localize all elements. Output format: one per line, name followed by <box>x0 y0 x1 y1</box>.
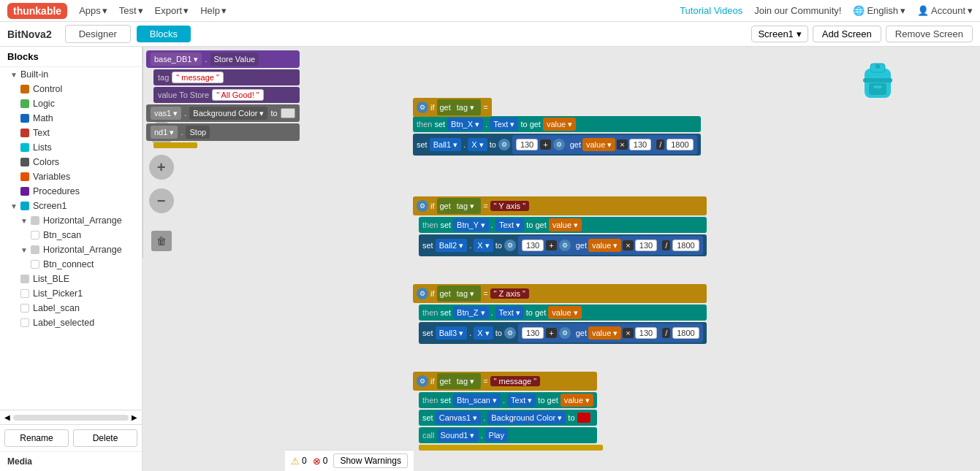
tab-blocks[interactable]: Blocks <box>137 26 191 42</box>
block-value6[interactable]: value ▾ <box>588 326 621 340</box>
gear-icon-3[interactable]: ⚙ <box>417 200 428 212</box>
gear-icon-6[interactable]: ⚙ <box>417 288 428 299</box>
block-to3: to <box>490 140 496 149</box>
sidebar-builtin[interactable]: ▼ Built-in <box>0 67 142 82</box>
block-stop[interactable]: Stop <box>186 126 210 139</box>
nav-test[interactable]: Test ▾ <box>119 5 143 16</box>
sidebar-label-selected[interactable]: Label_selected <box>0 315 142 330</box>
block-yaxis-str[interactable]: " Y axis " <box>490 201 529 211</box>
block-tag2[interactable]: tag ▾ <box>453 199 478 212</box>
block-sound1[interactable]: Sound1 ▾ <box>437 429 479 442</box>
tutorial-link[interactable]: Tutorial Videos <box>680 5 742 16</box>
block-nd1[interactable]: nd1 ▾ <box>151 126 178 139</box>
sidebar-screen1[interactable]: ▼ Screen1 <box>0 199 142 213</box>
block-text-btnx[interactable]: Text ▾ <box>490 118 518 131</box>
blocks-canvas[interactable]: base_DB1 ▾ . Store Value tag " message "… <box>143 47 980 471</box>
backpack[interactable] <box>856 58 900 111</box>
nav-export[interactable]: Export ▾ <box>155 5 189 16</box>
block-to8: to <box>538 396 544 405</box>
block-group-xaxis-if: ⚙ if get tag ▾ = " X axis " <box>413 98 492 117</box>
block-text-scan[interactable]: Text ▾ <box>507 394 536 407</box>
gear-icon-1[interactable]: ⚙ <box>498 139 510 150</box>
block-ball2[interactable]: Ball2 ▾ <box>436 239 468 252</box>
block-red-swatch[interactable] <box>577 413 590 423</box>
sidebar-item-text[interactable]: Text <box>0 126 142 140</box>
block-value7[interactable]: value ▾ <box>561 394 593 407</box>
sidebar-horizontal-arrange1[interactable]: ▼ Horizontal_Arrange <box>0 213 142 228</box>
block-ball1[interactable]: Ball1 ▾ <box>430 138 462 151</box>
logo[interactable]: thunkable <box>7 3 67 19</box>
nav-help[interactable]: Help ▾ <box>200 5 227 16</box>
block-tag4[interactable]: tag ▾ <box>453 375 478 388</box>
sidebar-btn-scan[interactable]: Btn_scan <box>0 228 142 242</box>
sidebar-item-colors[interactable]: Colors <box>0 155 142 169</box>
gear-icon-8[interactable]: ⚙ <box>559 327 571 339</box>
block-btny[interactable]: Btn_Y ▾ <box>453 218 489 231</box>
gear-icon-4[interactable]: ⚙ <box>504 240 516 251</box>
nav-apps[interactable]: Apps ▾ <box>79 5 107 16</box>
block-store-value[interactable]: Store Value <box>210 53 259 66</box>
sidebar-btn-connect[interactable]: Btn_connect <box>0 257 142 272</box>
sidebar-item-variables[interactable]: Variables <box>0 169 142 184</box>
block-value5[interactable]: value ▾ <box>548 306 581 319</box>
screen-selector[interactable]: Screen1 ▾ <box>751 26 808 42</box>
delete-button[interactable]: Delete <box>73 429 137 447</box>
block-color-swatch[interactable] <box>281 108 295 118</box>
gear-icon-7[interactable]: ⚙ <box>504 327 516 339</box>
block-x-ball2[interactable]: X ▾ <box>474 239 493 252</box>
block-canvas1-2[interactable]: Canvas1 ▾ <box>436 411 481 424</box>
block-zaxis-str[interactable]: " Z axis " <box>490 288 529 299</box>
sidebar-item-procedures[interactable]: Procedures <box>0 184 142 199</box>
block-btnz[interactable]: Btn_Z ▾ <box>453 306 488 319</box>
block-ball3[interactable]: Ball3 ▾ <box>436 326 468 340</box>
block-tag-label: tag <box>158 73 169 82</box>
community-link[interactable]: Join our Community! <box>754 5 841 16</box>
sidebar-horizontal-arrange2[interactable]: ▼ Horizontal_Arrange <box>0 242 142 257</box>
block-tag3[interactable]: tag ▾ <box>453 287 478 300</box>
sidebar-item-math[interactable]: Math <box>0 111 142 126</box>
block-play[interactable]: Play <box>485 429 508 442</box>
account-menu[interactable]: 👤 Account ▾ <box>917 5 973 16</box>
rename-button[interactable]: Rename <box>4 429 69 447</box>
block-message-str[interactable]: " message " <box>172 72 224 83</box>
block-group-zaxis: ⚙ if get tag ▾ = " Z axis " then set Btn… <box>413 284 707 344</box>
block-x-ball3[interactable]: X ▾ <box>474 326 493 340</box>
show-warnings-button[interactable]: Show Warnings <box>333 453 408 468</box>
block-canvas1[interactable]: vas1 ▾ <box>151 107 181 120</box>
tab-designer[interactable]: Designer <box>65 25 131 43</box>
list-ble-color <box>20 275 29 283</box>
block-message-str2[interactable]: " message " <box>490 376 541 386</box>
block-value3[interactable]: value ▾ <box>549 218 582 231</box>
gear-icon-2[interactable]: ⚙ <box>553 139 565 150</box>
language-selector[interactable]: 🌐 English ▾ <box>853 5 905 16</box>
gear-icon-0[interactable]: ⚙ <box>417 102 428 113</box>
add-screen-button[interactable]: Add Screen <box>813 26 881 42</box>
block-text-btny[interactable]: Text ▾ <box>495 218 524 231</box>
sidebar-item-logic[interactable]: Logic <box>0 96 142 111</box>
sidebar-item-lists[interactable]: Lists <box>0 140 142 155</box>
block-value2[interactable]: value ▾ <box>582 138 615 151</box>
sidebar-label-scan[interactable]: Label_scan <box>0 301 142 315</box>
sidebar-list-picker1[interactable]: List_Picker1 <box>0 286 142 301</box>
block-text-btnz[interactable]: Text ▾ <box>495 306 524 319</box>
remove-screen-button[interactable]: Remove Screen <box>886 26 973 42</box>
sidebar-list-ble[interactable]: List_BLE <box>0 272 142 286</box>
block-get7: get <box>535 308 546 317</box>
sidebar-item-control[interactable]: Control <box>0 82 142 96</box>
block-all-good-str[interactable]: " All Good! " <box>212 89 264 101</box>
block-x-ball1[interactable]: X ▾ <box>468 138 487 151</box>
block-base-db1[interactable]: base_DB1 ▾ <box>151 53 202 66</box>
block-btnx[interactable]: Btn_X ▾ <box>447 118 483 131</box>
block-btn-scan2[interactable]: Btn_scan ▾ <box>453 394 501 407</box>
workspace[interactable]: base_DB1 ▾ . Store Value tag " message "… <box>143 47 943 471</box>
block-dot-btnx: . <box>485 120 487 129</box>
block-bg-color2[interactable]: Background Color ▾ <box>487 411 566 424</box>
block-value4[interactable]: value ▾ <box>588 239 621 252</box>
block-value1[interactable]: value ▾ <box>543 118 576 131</box>
gear-icon-9[interactable]: ⚙ <box>417 375 428 387</box>
sidebar-scroll[interactable]: ◀ ▶ <box>0 410 142 424</box>
block-tag1[interactable]: tag ▾ <box>453 101 478 114</box>
block-eq4: = <box>483 377 487 386</box>
block-bg-color[interactable]: Background Color ▾ <box>189 107 267 120</box>
gear-icon-5[interactable]: ⚙ <box>559 240 571 251</box>
